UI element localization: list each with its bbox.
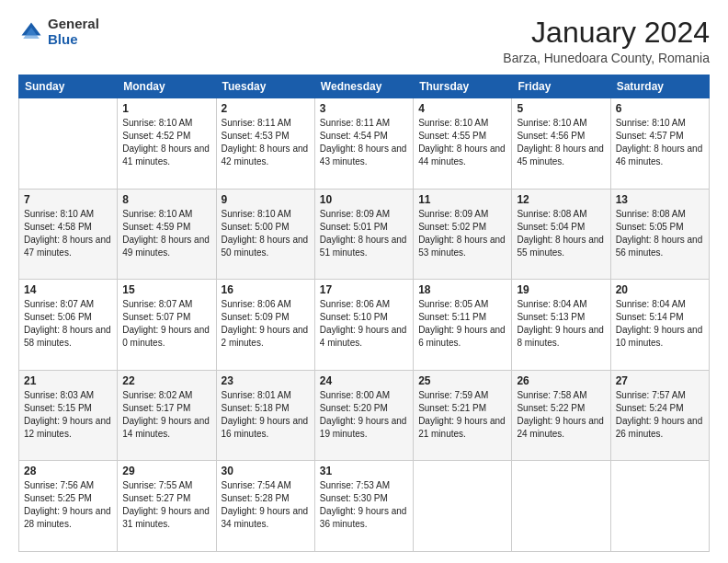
- main-title: January 2024: [503, 17, 710, 49]
- day-daylight: Daylight: 9 hours and 2 minutes.: [222, 325, 309, 348]
- header-saturday: Saturday: [610, 75, 709, 98]
- day-sunset: Sunset: 4:52 PM: [122, 131, 190, 141]
- logo-text: General Blue: [48, 17, 99, 47]
- day-daylight: Daylight: 8 hours and 53 minutes.: [418, 235, 506, 258]
- day-daylight: Daylight: 9 hours and 31 minutes.: [122, 506, 210, 529]
- day-sunrise: Sunrise: 8:08 AM: [517, 209, 586, 219]
- day-sunrise: Sunrise: 7:56 AM: [24, 480, 94, 490]
- day-sunset: Sunset: 5:07 PM: [122, 312, 190, 322]
- calendar-cell: 14 Sunrise: 8:07 AM Sunset: 5:06 PM Dayl…: [19, 280, 118, 371]
- logo-icon: [18, 19, 44, 45]
- day-sunset: Sunset: 4:59 PM: [122, 222, 190, 232]
- day-daylight: Daylight: 8 hours and 55 minutes.: [517, 235, 604, 258]
- calendar-cell: 16 Sunrise: 8:06 AM Sunset: 5:09 PM Dayl…: [216, 280, 314, 371]
- day-sunset: Sunset: 5:22 PM: [517, 403, 585, 413]
- day-sunrise: Sunrise: 8:11 AM: [320, 118, 390, 128]
- day-sunset: Sunset: 5:00 PM: [222, 222, 290, 232]
- logo-general-text: General: [48, 17, 99, 32]
- day-sunrise: Sunrise: 8:10 AM: [517, 118, 586, 128]
- calendar-cell: 27 Sunrise: 7:57 AM Sunset: 5:24 PM Dayl…: [610, 370, 709, 461]
- day-sunrise: Sunrise: 8:06 AM: [320, 299, 390, 309]
- calendar-cell: 10 Sunrise: 8:09 AM Sunset: 5:01 PM Dayl…: [314, 189, 413, 280]
- day-daylight: Daylight: 9 hours and 0 minutes.: [122, 325, 210, 348]
- day-sunrise: Sunrise: 7:59 AM: [418, 390, 488, 400]
- day-daylight: Daylight: 8 hours and 50 minutes.: [222, 235, 309, 258]
- day-sunrise: Sunrise: 7:54 AM: [222, 480, 291, 490]
- day-number: 21: [24, 374, 112, 387]
- day-sunrise: Sunrise: 8:09 AM: [418, 209, 488, 219]
- day-sunset: Sunset: 5:24 PM: [616, 403, 684, 413]
- day-sunset: Sunset: 4:58 PM: [24, 222, 92, 232]
- calendar-cell: 17 Sunrise: 8:06 AM Sunset: 5:10 PM Dayl…: [314, 280, 413, 371]
- day-number: 17: [320, 283, 408, 296]
- day-daylight: Daylight: 9 hours and 21 minutes.: [418, 416, 506, 439]
- calendar-week-row: 14 Sunrise: 8:07 AM Sunset: 5:06 PM Dayl…: [19, 280, 710, 371]
- header-tuesday: Tuesday: [216, 75, 314, 98]
- calendar-cell: 11 Sunrise: 8:09 AM Sunset: 5:02 PM Dayl…: [414, 189, 512, 280]
- calendar-cell: 15 Sunrise: 8:07 AM Sunset: 5:07 PM Dayl…: [118, 280, 216, 371]
- calendar-cell: 4 Sunrise: 8:10 AM Sunset: 4:55 PM Dayli…: [414, 98, 512, 190]
- day-sunset: Sunset: 4:53 PM: [222, 131, 290, 141]
- day-sunset: Sunset: 5:06 PM: [24, 312, 92, 322]
- subtitle: Barza, Hunedoara County, Romania: [503, 51, 710, 65]
- calendar-cell: 7 Sunrise: 8:10 AM Sunset: 4:58 PM Dayli…: [19, 189, 118, 280]
- day-sunrise: Sunrise: 8:06 AM: [222, 299, 291, 309]
- day-daylight: Daylight: 9 hours and 34 minutes.: [222, 506, 309, 529]
- day-sunrise: Sunrise: 8:02 AM: [122, 390, 192, 400]
- day-number: 23: [222, 374, 310, 387]
- day-sunset: Sunset: 4:56 PM: [517, 131, 585, 141]
- day-daylight: Daylight: 9 hours and 36 minutes.: [320, 506, 407, 529]
- day-sunset: Sunset: 5:05 PM: [616, 222, 684, 232]
- day-number: 31: [320, 465, 408, 477]
- day-sunrise: Sunrise: 8:05 AM: [418, 299, 488, 309]
- day-sunset: Sunset: 5:15 PM: [24, 403, 92, 413]
- calendar-cell: 28 Sunrise: 7:56 AM Sunset: 5:25 PM Dayl…: [19, 461, 118, 552]
- day-daylight: Daylight: 8 hours and 45 minutes.: [517, 144, 604, 167]
- calendar-cell: 6 Sunrise: 8:10 AM Sunset: 4:57 PM Dayli…: [610, 98, 709, 190]
- day-sunrise: Sunrise: 7:58 AM: [517, 390, 586, 400]
- day-number: 29: [122, 465, 210, 477]
- day-number: 8: [122, 193, 210, 206]
- calendar-cell: 8 Sunrise: 8:10 AM Sunset: 4:59 PM Dayli…: [118, 189, 216, 280]
- calendar-cell: 20 Sunrise: 8:04 AM Sunset: 5:14 PM Dayl…: [610, 280, 709, 371]
- day-number: 2: [222, 102, 310, 115]
- calendar-cell: 18 Sunrise: 8:05 AM Sunset: 5:11 PM Dayl…: [414, 280, 512, 371]
- day-sunrise: Sunrise: 8:10 AM: [222, 209, 291, 219]
- day-number: 9: [222, 193, 310, 206]
- day-number: 16: [222, 283, 310, 296]
- day-number: 13: [616, 193, 704, 206]
- day-sunset: Sunset: 5:13 PM: [517, 312, 585, 322]
- calendar-cell: 26 Sunrise: 7:58 AM Sunset: 5:22 PM Dayl…: [512, 370, 610, 461]
- day-daylight: Daylight: 9 hours and 12 minutes.: [24, 416, 111, 439]
- day-sunset: Sunset: 4:54 PM: [320, 131, 388, 141]
- weekday-header-row: Sunday Monday Tuesday Wednesday Thursday…: [19, 75, 710, 98]
- calendar-cell: 3 Sunrise: 8:11 AM Sunset: 4:54 PM Dayli…: [314, 98, 413, 190]
- day-sunrise: Sunrise: 8:08 AM: [616, 209, 686, 219]
- day-sunrise: Sunrise: 8:10 AM: [122, 118, 192, 128]
- calendar-cell: [414, 461, 512, 552]
- day-number: 27: [616, 374, 704, 387]
- day-sunrise: Sunrise: 8:01 AM: [222, 390, 291, 400]
- day-sunset: Sunset: 5:04 PM: [517, 222, 585, 232]
- day-sunrise: Sunrise: 8:04 AM: [616, 299, 686, 309]
- logo-blue-text: Blue: [48, 32, 99, 48]
- day-number: 6: [616, 102, 704, 115]
- day-number: 5: [517, 102, 605, 115]
- calendar-cell: 22 Sunrise: 8:02 AM Sunset: 5:17 PM Dayl…: [118, 370, 216, 461]
- day-number: 19: [517, 283, 605, 296]
- day-sunrise: Sunrise: 8:10 AM: [24, 209, 94, 219]
- day-daylight: Daylight: 9 hours and 16 minutes.: [222, 416, 309, 439]
- day-daylight: Daylight: 8 hours and 46 minutes.: [616, 144, 703, 167]
- calendar-table: Sunday Monday Tuesday Wednesday Thursday…: [18, 75, 710, 552]
- day-sunset: Sunset: 4:55 PM: [418, 131, 486, 141]
- day-sunrise: Sunrise: 7:57 AM: [616, 390, 686, 400]
- calendar-cell: 19 Sunrise: 8:04 AM Sunset: 5:13 PM Dayl…: [512, 280, 610, 371]
- day-daylight: Daylight: 8 hours and 58 minutes.: [24, 325, 111, 348]
- day-number: 4: [418, 102, 506, 115]
- day-daylight: Daylight: 8 hours and 51 minutes.: [320, 235, 407, 258]
- day-number: 11: [418, 193, 506, 206]
- day-sunset: Sunset: 5:28 PM: [222, 493, 290, 503]
- day-sunrise: Sunrise: 8:10 AM: [418, 118, 488, 128]
- calendar-cell: 25 Sunrise: 7:59 AM Sunset: 5:21 PM Dayl…: [414, 370, 512, 461]
- day-sunrise: Sunrise: 8:04 AM: [517, 299, 586, 309]
